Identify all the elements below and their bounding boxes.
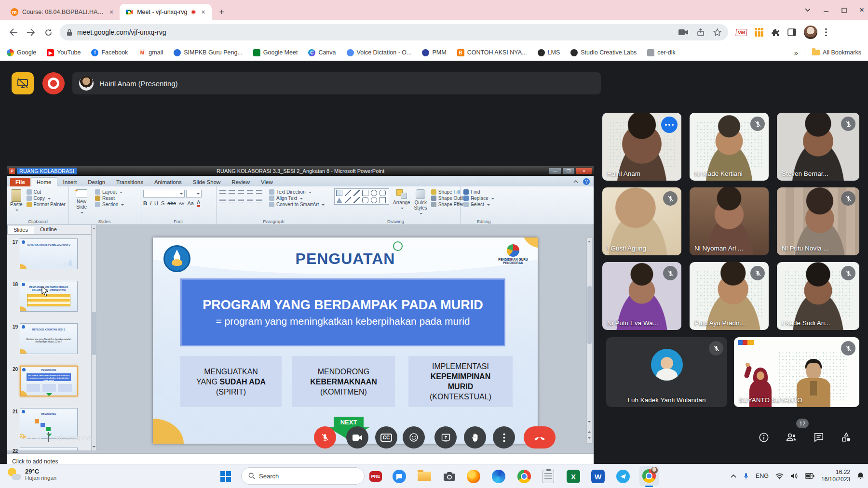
participant-tile[interactable]: Ni Made Kertiani [690, 113, 769, 181]
previous-slide-icon[interactable] [588, 430, 591, 433]
taskbar-app-firefox[interactable] [466, 469, 481, 484]
camera-toggle-button[interactable] [346, 426, 368, 448]
replace-button[interactable]: Replace [463, 196, 504, 201]
language-indicator[interactable]: ENG [756, 473, 769, 479]
align-text-button[interactable]: Align Text [269, 196, 325, 201]
font-name-select[interactable] [143, 190, 185, 198]
ribbon-tab-view[interactable]: View [256, 178, 278, 186]
chat-button[interactable] [813, 432, 825, 443]
bookmark-voice-dictation[interactable]: Voice Dictation - O... [347, 49, 412, 56]
ppt-minimize-button[interactable]: — [549, 167, 561, 174]
notification-bell-icon[interactable] [857, 472, 864, 480]
slide-thumbnail-17[interactable]: 17 REVIU AKTIVITAS PEMBELAJARAN 2 [9, 238, 78, 269]
text-direction-button[interactable]: Text Direction [269, 189, 325, 195]
tray-chevron-icon[interactable] [731, 474, 736, 478]
ribbon-tab-animations[interactable]: Animations [149, 178, 187, 186]
participant-tile[interactable]: Steven Bernar... [777, 113, 859, 181]
ribbon-tab-review[interactable]: Review [226, 178, 255, 186]
reset-button[interactable]: Reset [95, 196, 124, 201]
bookmark-star-icon[interactable] [713, 28, 721, 36]
ribbon-tab-slideshow[interactable]: Slide Show [188, 178, 226, 186]
meeting-details-button[interactable] [758, 432, 770, 443]
tile-more-options-button[interactable] [661, 117, 678, 133]
close-button[interactable]: × [859, 5, 864, 15]
forward-button[interactable] [24, 26, 38, 39]
convert-smartart-button[interactable]: Convert to SmartArt [269, 202, 325, 207]
tab-close-icon[interactable]: × [108, 8, 115, 16]
bold-button[interactable]: B [143, 200, 147, 206]
bookmark-simpkb[interactable]: SIMPKB Guru Peng... [174, 49, 243, 56]
panel-scrollbar[interactable] [91, 225, 96, 450]
tab-close-icon[interactable]: × [200, 8, 206, 16]
ribbon-tab-insert[interactable]: Insert [58, 178, 82, 186]
bookmark-google-meet[interactable]: Google Meet [253, 49, 298, 56]
select-button[interactable]: Select [463, 202, 504, 207]
extensions-puzzle-icon[interactable] [771, 28, 780, 37]
shadow-button[interactable]: S [161, 200, 164, 206]
taskbar-app-notes[interactable] [541, 469, 556, 484]
taskbar-app-chat[interactable] [392, 469, 407, 484]
shapes-gallery[interactable] [334, 188, 389, 205]
new-tab-button[interactable]: + [216, 6, 228, 18]
bookmark-gmail[interactable]: Mgmail [138, 49, 163, 56]
change-case-button[interactable]: Aa [187, 200, 193, 206]
taskbar-app-chrome-profile[interactable] [516, 469, 532, 484]
slide-scrollbar[interactable] [586, 237, 593, 444]
scroll-up-icon[interactable] [588, 239, 591, 242]
taskbar-app-telegram[interactable] [615, 469, 631, 484]
align-left-button[interactable] [219, 199, 226, 203]
tab-search-chevron-icon[interactable] [805, 8, 811, 12]
help-icon[interactable]: ? [583, 178, 590, 185]
minimize-ribbon-icon[interactable] [573, 180, 578, 183]
scroll-up-icon[interactable] [93, 226, 95, 229]
side-panel-icon[interactable] [787, 28, 796, 36]
bookmark-google[interactable]: Google [7, 49, 36, 56]
underline-button[interactable]: U [154, 200, 158, 206]
increase-indent-button[interactable] [247, 190, 253, 195]
participant-tile[interactable]: Putu Ayu Pradn... [690, 262, 769, 330]
participant-tile[interactable]: Ni Putu Eva Wa... [602, 262, 681, 330]
address-bar[interactable]: meet.google.com/vjf-unxq-rvg [60, 24, 728, 40]
align-center-button[interactable] [229, 199, 235, 203]
ppt-close-button[interactable]: × [576, 167, 592, 174]
volume-icon[interactable] [790, 473, 798, 479]
copy-button[interactable]: Copy [27, 196, 66, 201]
ribbon-tab-design[interactable]: Design [82, 178, 110, 186]
bullets-button[interactable] [219, 190, 226, 195]
font-size-select[interactable] [186, 190, 202, 198]
raise-hand-button[interactable] [464, 426, 486, 448]
bookmark-studio-creative-labs[interactable]: Studio Creative Labs [570, 49, 637, 56]
bookmark-youtube[interactable]: ▶YouTube [47, 49, 81, 56]
more-options-button[interactable] [493, 426, 515, 448]
taskbar-app-camera[interactable] [442, 469, 457, 484]
start-button[interactable] [218, 469, 233, 484]
slide-thumbnail-19[interactable]: 19 REFLEKSI KEGIATAN SESI 2 Manfaat apa … [9, 323, 78, 354]
bookmark-lms[interactable]: LMS [538, 49, 560, 56]
arrange-button[interactable]: Arrange [393, 188, 410, 211]
slide-canvas[interactable]: PENGUATAN PENDIDIKAN GURU PENGGERAK PROG… [153, 237, 538, 444]
scroll-thumb[interactable] [587, 286, 592, 344]
ribbon-tab-home[interactable]: Home [31, 177, 57, 186]
reactions-button[interactable] [403, 426, 425, 448]
participant-tile[interactable]: I Gusti Agung ... [602, 187, 681, 255]
taskbar-app-excel[interactable]: X [566, 469, 581, 484]
tray-mic-icon[interactable] [743, 472, 749, 480]
ppt-restore-button[interactable]: ❐ [562, 167, 575, 174]
bookmark-cer-dik[interactable]: cer-dik [647, 49, 676, 56]
taskbar-app-file-explorer[interactable] [417, 469, 432, 484]
format-painter-button[interactable]: Format Painter [27, 202, 66, 207]
decrease-indent-button[interactable] [238, 190, 244, 195]
align-right-button[interactable] [238, 199, 244, 203]
taskbar-app-word[interactable]: W [590, 469, 606, 484]
section-button[interactable]: Section [95, 202, 124, 207]
bookmark-facebook[interactable]: fFacebook [91, 49, 128, 56]
tab-course[interactable]: m Course: 08.04.BGPBALI.HAIRIL A × [5, 4, 120, 20]
panel-tab-outline[interactable]: Outline [34, 225, 63, 234]
clock[interactable]: 16.22 16/10/2023 [821, 469, 850, 483]
participant-tile[interactable]: Ni Putu Novia ... [777, 187, 859, 255]
quick-styles-button[interactable]: Quick Styles [414, 188, 427, 216]
present-button[interactable] [434, 426, 457, 448]
participant-tile[interactable]: I Kade Sudi Ari... [777, 262, 859, 330]
taskbar-app-premiere[interactable]: PRE [368, 469, 383, 484]
browser-menu-icon[interactable] [825, 28, 827, 37]
